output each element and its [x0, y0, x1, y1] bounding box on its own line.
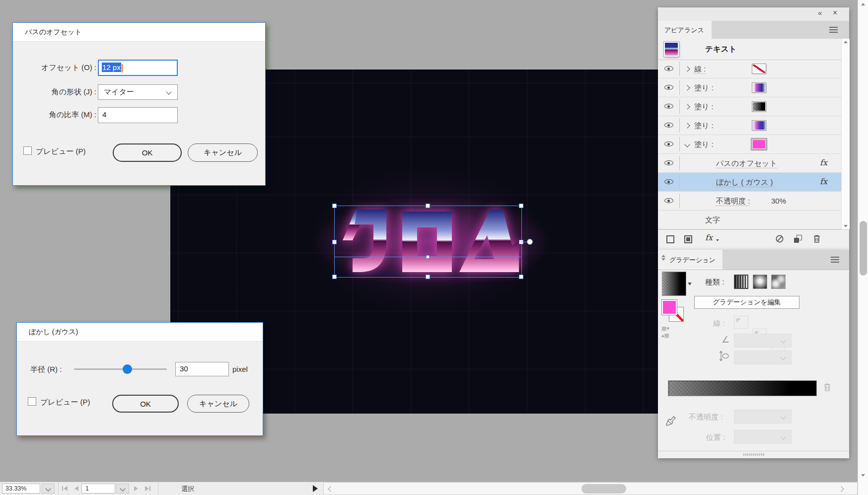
fill-pink-swatch[interactable]	[752, 140, 766, 149]
joins-dropdown[interactable]: マイター	[98, 84, 178, 100]
delete-item-button[interactable]	[813, 234, 821, 243]
vertical-scrollbar[interactable]	[858, 0, 868, 495]
fill-proxy-swatch[interactable]	[662, 300, 677, 315]
dialog-title: パスのオフセット	[25, 28, 82, 37]
preview-checkbox[interactable]	[23, 146, 32, 155]
linear-gradient-type-button[interactable]	[734, 275, 748, 289]
selection-handle-sw[interactable]	[332, 275, 337, 279]
horizontal-scroll-thumb[interactable]	[581, 484, 626, 494]
panel-menu-icon[interactable]	[831, 257, 839, 258]
collapse-panels-button[interactable]: «	[818, 8, 822, 17]
radius-slider-track[interactable]	[74, 368, 167, 370]
preview-checkbox[interactable]	[28, 397, 36, 406]
row-fill-3[interactable]: 塗り :	[658, 116, 841, 135]
status-expand-arrow[interactable]	[313, 485, 318, 492]
offset-label: オフセット (O) :	[41, 63, 96, 72]
zoom-level-field[interactable]: 33.33%	[2, 484, 40, 494]
chevron-right-icon[interactable]	[684, 85, 690, 90]
horizontal-scrollbar[interactable]	[323, 482, 858, 495]
visibility-toggle[interactable]	[664, 197, 673, 206]
scroll-down-icon[interactable]	[861, 474, 865, 477]
panel-menu-icon[interactable]	[829, 27, 838, 28]
selection-handle-se[interactable]	[519, 275, 523, 279]
offset-input[interactable]: 12 px	[98, 60, 178, 76]
miter-input[interactable]: 4	[98, 107, 178, 123]
row-effect-offset-path[interactable]: パスのオフセット fx	[658, 154, 841, 173]
ok-button[interactable]: OK	[113, 143, 182, 162]
cancel-button[interactable]: キャンセル	[187, 395, 249, 413]
gradient-thumbnail[interactable]	[662, 272, 686, 296]
scroll-right-icon[interactable]	[838, 486, 844, 492]
gradient-slider-bar[interactable]	[668, 380, 817, 396]
row-fill-2[interactable]: 塗り :	[658, 97, 841, 116]
scroll-up-icon[interactable]	[861, 3, 865, 5]
opacity-link[interactable]: 不透明度 :	[716, 197, 750, 206]
chevron-right-icon[interactable]	[684, 66, 690, 71]
visibility-toggle[interactable]	[664, 65, 673, 74]
ok-button[interactable]: OK	[112, 395, 179, 413]
row-characters[interactable]: 文字	[658, 211, 841, 229]
visibility-toggle[interactable]	[664, 159, 673, 168]
rotate-widget-dot[interactable]	[527, 239, 533, 245]
eyedropper-icon[interactable]	[665, 415, 677, 429]
effect-link[interactable]: ぼかし ( ガウス )	[716, 178, 773, 187]
add-new-stroke-button[interactable]	[666, 235, 674, 243]
delete-stop-button	[823, 383, 831, 392]
selection-handle-w[interactable]	[332, 240, 337, 244]
cancel-button[interactable]: キャンセル	[188, 143, 258, 162]
row-fill-4-expanded[interactable]: 塗り :	[658, 135, 841, 154]
row-label[interactable]: 線 :	[694, 65, 706, 74]
add-new-fill-button[interactable]	[684, 235, 692, 243]
chevron-right-icon[interactable]	[684, 104, 690, 109]
radius-slider-knob[interactable]	[123, 364, 132, 374]
duplicate-item-button[interactable]	[794, 235, 802, 243]
visibility-toggle[interactable]	[664, 141, 673, 149]
fill-gradient-swatch[interactable]	[752, 102, 766, 111]
zoom-dropdown[interactable]	[42, 484, 55, 494]
fill-gradient-swatch[interactable]	[752, 83, 766, 92]
chevron-down-icon	[45, 486, 51, 491]
row-effect-gaussian-blur-selected[interactable]: ぼかし ( ガウス ) fx	[658, 173, 841, 192]
row-opacity[interactable]: 不透明度 : 30%	[658, 192, 841, 211]
appearance-scrollbar[interactable]	[841, 39, 850, 229]
visibility-toggle[interactable]	[664, 122, 673, 131]
clear-appearance-button[interactable]	[775, 234, 784, 243]
page-number-field[interactable]: 1	[81, 484, 115, 494]
location-label: 位置 :	[706, 433, 725, 442]
selection-handle-ne[interactable]	[519, 204, 523, 208]
tab-gradient[interactable]: グラデーション	[658, 250, 723, 270]
scroll-down-icon[interactable]	[844, 225, 848, 227]
fill-gradient-swatch[interactable]	[752, 121, 766, 130]
scroll-up-icon[interactable]	[844, 41, 848, 43]
edit-gradient-button[interactable]: グラデーションを編集	[694, 296, 799, 309]
add-effect-button[interactable]: fx	[705, 233, 713, 242]
gradient-preset-caret-icon[interactable]	[688, 283, 692, 285]
radial-gradient-type-button[interactable]	[753, 275, 767, 289]
freeform-gradient-type-button[interactable]	[771, 275, 786, 289]
visibility-toggle[interactable]	[664, 178, 673, 187]
collapse-section-icon[interactable]	[661, 255, 665, 261]
visibility-toggle[interactable]	[664, 84, 673, 93]
baseline-handle[interactable]	[426, 255, 430, 259]
scroll-left-icon[interactable]	[328, 486, 333, 492]
chevron-right-icon[interactable]	[684, 123, 690, 128]
row-fill-1[interactable]: 塗り :	[658, 78, 841, 97]
selection-handle-n[interactable]	[426, 204, 430, 208]
selection-handle-s[interactable]	[426, 275, 430, 279]
reverse-gradient-icon[interactable]: ▴▦	[661, 332, 669, 339]
stroke-none-swatch[interactable]	[752, 64, 766, 73]
chevron-down-icon[interactable]	[684, 141, 690, 147]
selection-bounding-box[interactable]	[334, 206, 522, 278]
page-dropdown[interactable]	[116, 484, 129, 494]
radius-input[interactable]: 30	[175, 362, 229, 376]
tab-appearance[interactable]: アピアランス	[658, 21, 712, 39]
appearance-target-row[interactable]: テキスト	[658, 39, 841, 60]
status-mode-label: 選択	[181, 485, 194, 494]
close-panel-button[interactable]: ×	[833, 8, 837, 17]
row-stroke[interactable]: 線 :	[658, 60, 841, 78]
panel-resize-strip[interactable]	[658, 451, 849, 458]
effect-link[interactable]: パスのオフセット	[716, 159, 777, 168]
selection-handle-nw[interactable]	[332, 204, 337, 208]
visibility-toggle[interactable]	[664, 103, 673, 112]
vertical-scroll-thumb[interactable]	[860, 221, 867, 276]
